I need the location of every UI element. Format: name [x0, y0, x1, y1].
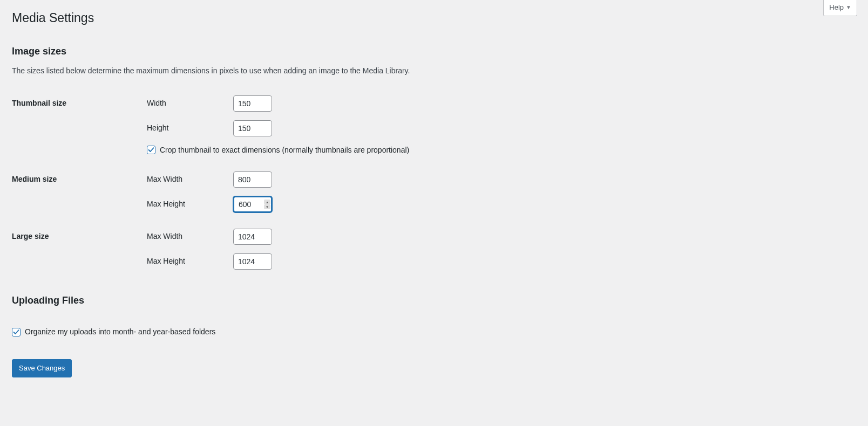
thumbnail-size-label: Thumbnail size	[12, 87, 141, 164]
thumbnail-width-input[interactable]	[233, 95, 272, 112]
spinner-up-button[interactable]: ▲	[264, 200, 270, 204]
thumbnail-height-input[interactable]	[233, 120, 272, 136]
image-sizes-heading: Image sizes	[12, 45, 857, 58]
image-sizes-description: The sizes listed below determine the max…	[12, 66, 857, 77]
uploading-files-heading: Uploading Files	[12, 294, 857, 307]
organize-uploads-label[interactable]: Organize my uploads into month- and year…	[25, 327, 215, 338]
check-icon	[148, 147, 154, 153]
large-size-label: Large size	[12, 221, 141, 278]
thumbnail-width-label: Width	[147, 98, 233, 109]
large-max-height-input[interactable]	[233, 253, 272, 270]
save-changes-button[interactable]: Save Changes	[12, 359, 72, 377]
medium-size-label: Medium size	[12, 163, 141, 221]
chevron-down-icon: ▼	[846, 4, 851, 11]
spinner-down-button[interactable]: ▼	[264, 204, 270, 209]
organize-uploads-checkbox[interactable]	[12, 328, 21, 336]
large-max-width-input[interactable]	[233, 229, 272, 245]
thumbnail-height-label: Height	[147, 123, 233, 134]
large-max-width-label: Max Width	[147, 231, 233, 242]
medium-max-height-label: Max Height	[147, 199, 233, 210]
medium-max-width-input[interactable]	[233, 171, 272, 188]
medium-max-width-label: Max Width	[147, 174, 233, 185]
large-max-height-label: Max Height	[147, 256, 233, 267]
help-label: Help	[829, 3, 844, 12]
page-title: Media Settings	[12, 5, 857, 29]
crop-thumbnail-checkbox[interactable]	[147, 146, 155, 154]
crop-thumbnail-label[interactable]: Crop thumbnail to exact dimensions (norm…	[160, 145, 409, 156]
check-icon	[13, 329, 19, 335]
help-tab[interactable]: Help ▼	[823, 0, 857, 16]
